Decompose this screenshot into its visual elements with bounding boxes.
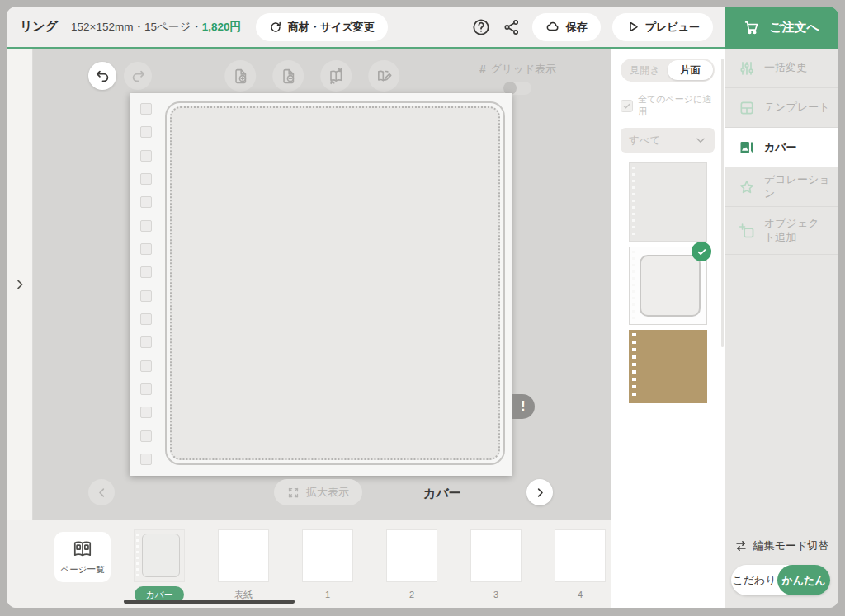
book-swap-icon <box>327 67 345 85</box>
book-edit-icon <box>375 67 393 85</box>
cover-filter-select[interactable]: すべて <box>621 128 715 153</box>
remove-page-button[interactable] <box>272 60 304 92</box>
edit-pages-button[interactable] <box>368 60 399 92</box>
mini-ring-holes <box>632 167 635 237</box>
grid-label: グリッド表示 <box>491 62 556 77</box>
sidebar: 一括変更 テンプレート カバー デコレーション <box>725 49 838 608</box>
page-thumb[interactable] <box>219 530 268 581</box>
page-thumb-unit: カバー <box>135 530 184 603</box>
filmstrip-scrollbar[interactable] <box>124 600 295 604</box>
sidebar-item-add-object[interactable]: オブジェクト追加 <box>725 207 838 255</box>
page-thumb-unit: 1 <box>303 530 352 603</box>
cover-option-plain[interactable] <box>629 162 707 242</box>
preview-button[interactable]: プレビュー <box>612 13 713 41</box>
ring-hole <box>140 266 152 278</box>
apply-all-label: 全てのページに適用 <box>638 93 715 118</box>
cloud-icon <box>545 20 560 35</box>
sidebar-item-cover[interactable]: カバー <box>725 128 838 167</box>
mini-silver-frame <box>640 255 701 317</box>
cover-option-list <box>621 162 715 403</box>
mode-detail-button[interactable]: こだわり <box>731 573 777 588</box>
mode-easy-button[interactable]: かんたん <box>777 565 830 595</box>
chevron-left-icon <box>96 487 108 499</box>
open-book-icon <box>72 538 93 560</box>
ring-hole <box>140 220 152 232</box>
order-button[interactable]: ご注文へ <box>725 7 838 49</box>
page-thumb-label: 1 <box>325 586 330 603</box>
product-specs: 152×152mm・15ページ・ <box>71 20 202 35</box>
share-button[interactable] <box>503 18 521 36</box>
grid-label-row: # グリッド表示 <box>479 62 556 77</box>
page-thumbnails: カバー 表紙 1 2 3 <box>135 530 605 603</box>
change-product-button[interactable]: 商材・サイズ変更 <box>256 13 388 41</box>
cover-page-canvas[interactable] <box>130 93 512 476</box>
page-list-label: ページ一覧 <box>61 564 105 576</box>
cover-option-silver-frame[interactable] <box>629 247 707 325</box>
cover-options-panel: 見開き 片面 全てのページに適用 すべて <box>611 49 725 608</box>
redo-button[interactable] <box>124 62 152 90</box>
page-thumb[interactable] <box>303 530 352 581</box>
left-drawer-toggle[interactable] <box>7 49 33 520</box>
ornate-silver-frame <box>165 101 505 465</box>
view-mode-toggle: 見開き 片面 <box>621 59 715 82</box>
sidebar-item-label: デコレーション <box>764 173 838 200</box>
ring-hole <box>140 196 152 208</box>
ring-hole <box>140 173 152 185</box>
chevron-right-icon <box>13 278 26 291</box>
expand-icon <box>287 487 300 499</box>
swap-pages-button[interactable] <box>320 60 352 92</box>
apply-all-checkbox[interactable] <box>621 100 633 112</box>
window-frame: リング 152×152mm・15ページ・ 1,820円 商材・サイズ変更 <box>0 0 845 616</box>
star-icon <box>739 179 755 195</box>
undo-icon <box>95 68 111 84</box>
zoom-display-button[interactable]: 拡大表示 <box>274 479 362 505</box>
prev-page-button[interactable] <box>88 479 115 505</box>
share-icon <box>503 18 521 36</box>
chevron-right-icon <box>534 487 546 499</box>
photobook-editor: リング 152×152mm・15ページ・ 1,820円 商材・サイズ変更 <box>7 7 838 608</box>
page-thumb[interactable] <box>387 530 437 581</box>
ring-hole <box>140 313 152 325</box>
page-list-button[interactable]: ページ一覧 <box>54 532 111 582</box>
view-single-button[interactable]: 片面 <box>668 60 713 80</box>
canvas-area: # グリッド表示 ! <box>7 49 611 520</box>
alert-badge[interactable]: ! <box>512 394 535 419</box>
frame-inner-area <box>170 106 500 460</box>
ring-hole <box>140 290 152 302</box>
apply-all-row: 全てのページに適用 <box>621 93 715 118</box>
page-thumb[interactable] <box>471 530 521 581</box>
panel-scrollbar[interactable] <box>721 59 724 347</box>
ring-holes <box>140 103 153 465</box>
order-label: ご注文へ <box>769 20 819 35</box>
product-type: リング <box>20 19 58 35</box>
sidebar-item-batch-change[interactable]: 一括変更 <box>725 49 838 88</box>
sidebar-item-decoration[interactable]: デコレーション <box>725 167 838 207</box>
undo-button[interactable] <box>88 62 116 90</box>
sidebar-item-label: オブジェクト追加 <box>764 217 824 244</box>
add-page-button[interactable] <box>224 60 256 92</box>
ring-hole <box>140 103 152 115</box>
page-thumb-unit: 4 <box>555 530 605 603</box>
mini-ring-holes <box>136 534 139 578</box>
swap-arrows-icon <box>734 539 748 553</box>
ring-hole <box>140 383 152 395</box>
mini-ring-holes <box>632 251 635 321</box>
page-thumb[interactable] <box>555 530 605 581</box>
edit-mode-toggle: こだわり かんたん <box>731 565 830 595</box>
chevron-down-icon <box>695 134 706 146</box>
page-thumb-cover[interactable] <box>135 530 184 581</box>
cart-icon <box>744 19 761 36</box>
cover-option-kraft[interactable] <box>629 330 707 403</box>
next-page-button[interactable] <box>526 479 553 505</box>
sidebar-item-label: 一括変更 <box>764 61 807 74</box>
help-button[interactable] <box>471 17 491 37</box>
header-actions: 保存 プレビュー <box>471 13 713 41</box>
save-button[interactable]: 保存 <box>532 13 601 41</box>
page-thumb-label: 4 <box>578 586 583 603</box>
refresh-icon <box>269 21 282 34</box>
view-spread-button[interactable]: 見開き <box>622 60 668 80</box>
page-thumb-unit: 表紙 <box>219 530 268 603</box>
sidebar-item-template[interactable]: テンプレート <box>725 88 838 128</box>
sidebar-item-label: カバー <box>764 141 797 154</box>
page-thumb-label: 3 <box>493 586 498 603</box>
